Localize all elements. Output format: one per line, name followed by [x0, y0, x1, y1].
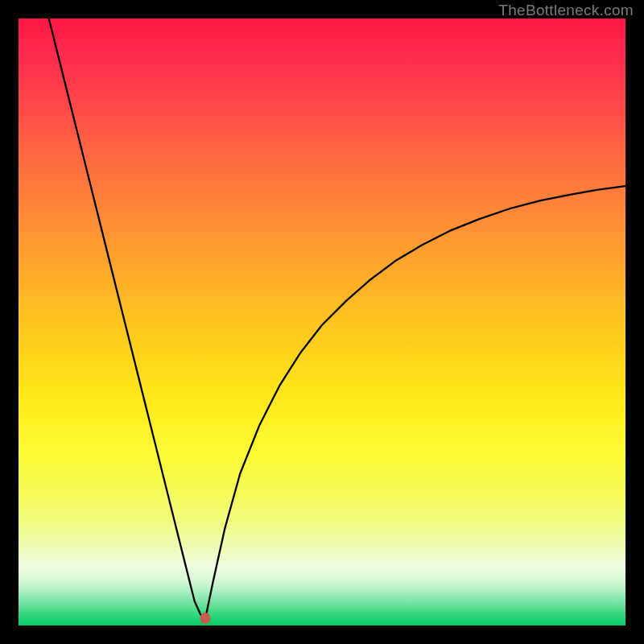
minimum-marker: [200, 613, 211, 624]
outer-frame: TheBottleneck.com: [0, 0, 644, 644]
watermark-text: TheBottleneck.com: [498, 2, 634, 19]
plot-area: [19, 19, 625, 625]
bottleneck-curve: [19, 19, 625, 625]
curve-path: [49, 19, 625, 618]
